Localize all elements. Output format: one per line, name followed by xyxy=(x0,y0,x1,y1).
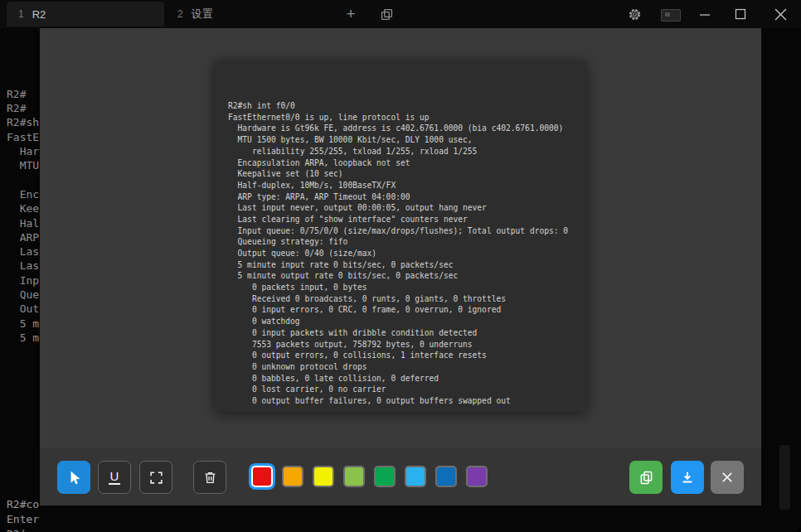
terminal-line: R2# xyxy=(7,101,39,115)
captured-screenshot: R2#sh int f0/0FastEthernet0/0 is up, lin… xyxy=(215,61,586,412)
color-palette xyxy=(251,466,488,487)
terminal-output-left: R2#R2#R2#shFastE Har MTU Enc Kee Hal ARP… xyxy=(7,44,39,345)
screenshot-line: 0 watchdog xyxy=(228,316,586,327)
download-screenshot-button[interactable] xyxy=(671,461,704,494)
screenshot-line: Output queue: 0/40 (size/max) xyxy=(228,248,586,259)
maximize-icon xyxy=(735,8,746,20)
tab-label: R2 xyxy=(32,8,46,21)
terminal-line xyxy=(7,173,39,187)
terminal-line: Har xyxy=(7,144,39,158)
split-view-button[interactable] xyxy=(375,3,398,25)
trash-icon xyxy=(202,470,218,486)
terminal-line: Las xyxy=(7,259,39,273)
titlebar: 1 R2 2 设置 + xyxy=(0,0,801,28)
tab-index: 1 xyxy=(18,8,24,20)
screenshot-line: Keepalive set (10 sec) xyxy=(228,168,586,180)
screenshot-line: Received 0 broadcasts, 0 runts, 0 giants… xyxy=(228,293,586,305)
screenshot-overlay-dim: R2#sh int f0/0FastEthernet0/0 is up, lin… xyxy=(40,28,761,505)
close-overlay-button[interactable] xyxy=(711,461,744,494)
terminal-line: Inp xyxy=(7,273,39,288)
screenshot-line: MTU 1500 bytes, BW 10000 Kbit/sec, DLY 1… xyxy=(228,134,586,146)
fullscreen-icon xyxy=(148,470,164,486)
screenshot-line: Encapsulation ARPA, loopback not set xyxy=(228,157,586,169)
screenshot-line: 0 babbles, 0 late collision, 0 deferred xyxy=(228,373,586,384)
screenshot-line: ARP type: ARPA, ARP Timeout 04:00:00 xyxy=(228,191,586,203)
close-icon xyxy=(774,8,787,21)
screenshot-line: Queueing strategy: fifo xyxy=(228,236,586,248)
tab-settings[interactable]: 2 设置 xyxy=(166,2,332,27)
scrollbar-thumb[interactable] xyxy=(779,445,790,510)
screenshot-line: R2#sh int f0/0 xyxy=(228,100,586,112)
underline-icon: U xyxy=(109,470,121,485)
terminal-window: 1 R2 2 设置 + xyxy=(0,0,801,532)
close-button[interactable] xyxy=(769,2,792,26)
terminal-line: R2#sh xyxy=(7,115,39,129)
download-icon xyxy=(679,469,696,486)
maximize-button[interactable] xyxy=(729,2,752,26)
screenshot-line: reliability 255/255, txload 1/255, rxloa… xyxy=(228,146,586,157)
screenshot-line: 0 output errors, 0 collisions, 1 interfa… xyxy=(228,350,586,361)
keyboard-icon[interactable] xyxy=(661,9,681,22)
terminal-line: Las xyxy=(7,244,39,259)
terminal-line: Enter xyxy=(7,512,91,527)
tab-index: 2 xyxy=(177,8,183,20)
screenshot-line: Last clearing of "show interface" counte… xyxy=(228,214,586,225)
screenshot-line: 0 output buffer failures, 0 output buffe… xyxy=(228,395,586,407)
terminal-line: R2(co xyxy=(7,527,91,532)
new-tab-button[interactable]: + xyxy=(338,2,363,26)
terminal-line: FastE xyxy=(7,130,39,144)
screenshot-line: Last input never, output 00:00:05, outpu… xyxy=(228,202,586,214)
color-swatch[interactable] xyxy=(466,466,488,487)
terminal-line: R2# xyxy=(7,87,39,101)
color-swatch[interactable] xyxy=(313,466,334,487)
minimize-button[interactable] xyxy=(693,2,716,26)
color-swatch[interactable] xyxy=(435,466,457,487)
screenshot-line: 0 lost carrier, 0 no carrier xyxy=(228,384,586,395)
screenshot-line xyxy=(228,407,586,412)
copy-screenshot-button[interactable] xyxy=(629,461,663,494)
terminal-line: ARP xyxy=(7,230,39,244)
screenshot-line: Input queue: 0/75/0/0 (size/max/drops/fl… xyxy=(228,225,586,237)
cursor-icon xyxy=(66,469,83,486)
delete-annotations-button[interactable] xyxy=(193,461,226,494)
color-swatch[interactable] xyxy=(251,466,273,487)
close-icon xyxy=(720,470,735,485)
screenshot-line: 0 input packets with dribble condition d… xyxy=(228,327,586,339)
terminal-line: Out xyxy=(7,302,39,316)
color-swatch[interactable] xyxy=(343,466,365,487)
plus-icon: + xyxy=(346,5,355,23)
terminal-line: 5 m xyxy=(7,317,39,331)
fullscreen-tool-button[interactable] xyxy=(139,461,172,494)
screenshot-line: Half-duplex, 10Mb/s, 100BaseTX/FX xyxy=(228,180,586,191)
screenshot-line: 5 minute input rate 0 bits/sec, 0 packet… xyxy=(228,259,586,271)
gear-icon xyxy=(627,7,643,22)
terminal-line: Que xyxy=(7,288,39,302)
terminal-line: Hal xyxy=(7,216,39,230)
terminal-line: Enc xyxy=(7,187,39,201)
underline-tool-button[interactable]: U xyxy=(98,461,131,494)
settings-button[interactable] xyxy=(622,2,647,26)
color-swatch[interactable] xyxy=(405,466,426,487)
minimize-icon xyxy=(699,8,711,20)
screenshot-line: Hardware is Gt96k FE, address is c402.67… xyxy=(228,123,586,134)
screenshot-line: 0 packets input, 0 bytes xyxy=(228,282,586,293)
screenshot-line: FastEthernet0/0 is up, line protocol is … xyxy=(228,112,586,123)
annotation-toolbar: U xyxy=(40,448,761,505)
tab-label: 设置 xyxy=(192,7,213,22)
pointer-tool-button[interactable] xyxy=(57,461,90,494)
color-swatch[interactable] xyxy=(282,466,303,487)
terminal-line: Kee xyxy=(7,201,39,215)
split-panes-icon xyxy=(379,7,395,22)
terminal-line: 5 m xyxy=(7,331,39,345)
terminal-line: MTU xyxy=(7,158,39,172)
screenshot-line: 0 unknown protocol drops xyxy=(228,361,586,373)
screenshot-line: 5 minute output rate 0 bits/sec, 0 packe… xyxy=(228,270,586,282)
screenshot-line: 7553 packets output, 758792 bytes, 0 und… xyxy=(228,339,586,351)
color-swatch[interactable] xyxy=(374,466,396,487)
tab-r2[interactable]: 1 R2 xyxy=(7,2,164,27)
screenshot-line: 0 input errors, 0 CRC, 0 frame, 0 overru… xyxy=(228,304,586,316)
copy-icon xyxy=(638,469,655,486)
